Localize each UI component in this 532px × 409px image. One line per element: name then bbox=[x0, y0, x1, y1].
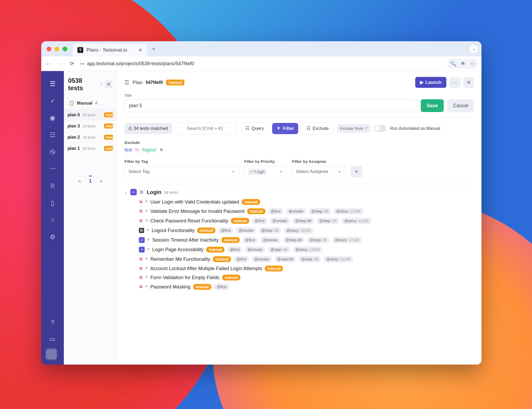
include-checkbox[interactable]: ✓ bbox=[139, 247, 145, 253]
stack-icon[interactable]: ▭ bbox=[46, 332, 60, 346]
new-tab-button[interactable]: + bbox=[152, 46, 155, 52]
window-close-icon[interactable] bbox=[47, 47, 51, 51]
tag-pill[interactable]: @first bbox=[268, 208, 283, 214]
check-icon[interactable]: ✓ bbox=[46, 94, 60, 108]
priority-remove-icon[interactable]: × bbox=[250, 170, 252, 174]
tag-pill[interactable]: @first bbox=[218, 227, 233, 234]
tag-pill[interactable]: @smoke bbox=[245, 246, 265, 253]
tag-pill[interactable]: @story: 12345 bbox=[334, 208, 363, 214]
test-row[interactable]: ✕ ^ Validate Error Message for Invalid P… bbox=[139, 208, 474, 214]
exclude-icon[interactable]: ✕ bbox=[139, 208, 143, 214]
query-button[interactable]: ☷ Query bbox=[241, 122, 268, 134]
tag-pill[interactable]: @first bbox=[252, 218, 267, 224]
include-checkbox[interactable]: ✓ bbox=[139, 237, 145, 243]
nav-back-icon[interactable]: ← bbox=[45, 61, 52, 67]
exclude-query[interactable]: test % 'logout' bbox=[124, 147, 157, 154]
tag-pill[interactable]: @step-06 bbox=[283, 237, 305, 243]
window-minimize-icon[interactable] bbox=[55, 47, 59, 51]
gear-icon[interactable]: ⚙ bbox=[46, 230, 60, 244]
test-row[interactable]: ✕ ^ Remember Me Functionality manual @fi… bbox=[139, 256, 474, 262]
plan-row[interactable]: plan 3 14 tests manual bbox=[64, 121, 117, 132]
play-circle-icon[interactable]: ◉ bbox=[46, 111, 60, 125]
tag-pill[interactable]: @smoke bbox=[252, 256, 272, 262]
zoom-icon[interactable]: 🔍 bbox=[450, 61, 456, 67]
pager-page[interactable]: 1 bbox=[89, 176, 92, 184]
stairs-icon[interactable]: ⛗ bbox=[46, 145, 60, 159]
avatar[interactable] bbox=[46, 349, 57, 360]
plan-row[interactable]: plan 5 34 tests manual bbox=[64, 109, 117, 121]
tag-pill[interactable]: @first bbox=[227, 246, 242, 253]
exclude-icon[interactable]: ✕ bbox=[139, 256, 143, 262]
tag-pill[interactable]: @step-06 bbox=[275, 256, 296, 262]
test-row[interactable]: ✕ ^ Form Validation for Empty Fields man… bbox=[139, 275, 474, 280]
plan-row[interactable]: plan 2 16 tests manual bbox=[64, 132, 117, 143]
site-info-icon[interactable]: ⊶ bbox=[80, 61, 84, 66]
close-button[interactable]: ✕ bbox=[463, 77, 474, 88]
exclude-button[interactable]: ☷ Exclude bbox=[302, 122, 333, 134]
exclude-icon[interactable]: ✕ bbox=[139, 218, 143, 224]
filter-button[interactable]: ▼ Filter bbox=[272, 123, 298, 134]
tag-pill[interactable]: @smoke bbox=[236, 227, 256, 234]
test-row[interactable]: ✓ ^ Login Page Accessibility manual @fir… bbox=[139, 246, 474, 253]
filter-assignee-select[interactable]: Select Assignee ▼ bbox=[292, 166, 345, 177]
automated-toggle[interactable] bbox=[374, 125, 386, 132]
suite-checkbox[interactable]: − bbox=[130, 189, 137, 195]
tag-pill[interactable]: @step: 06 bbox=[307, 237, 329, 243]
tag-pill[interactable]: @smoke bbox=[260, 237, 280, 243]
tag-pill[interactable]: @step: 06 bbox=[259, 227, 281, 234]
matched-chip[interactable]: ⎙ 34 tests matched bbox=[124, 123, 172, 134]
browser-tab[interactable]: T Plans - Testomat.io ✕ bbox=[73, 44, 147, 56]
tag-pill[interactable]: @story: 12345 bbox=[293, 246, 322, 253]
test-row[interactable]: ✕ ^ Account Lockout After Multiple Faile… bbox=[139, 266, 474, 271]
url-input[interactable]: ⊶ app.testomat.io/projects/0538-tests/pl… bbox=[80, 61, 442, 67]
pager-prev[interactable]: « bbox=[78, 178, 81, 184]
tag-pill[interactable]: @step: 06 bbox=[309, 208, 331, 214]
cancel-button[interactable]: Cancel bbox=[447, 99, 474, 112]
chart-icon[interactable]: ▯ bbox=[46, 196, 60, 210]
menu-icon[interactable]: ☰ bbox=[46, 77, 60, 91]
add-filter-button[interactable]: + bbox=[351, 166, 362, 177]
test-row[interactable]: ✕ ^ Logout Functionality manual @first @… bbox=[139, 227, 474, 234]
branch-icon[interactable]: ⑂ bbox=[46, 213, 60, 227]
exclude-query-remove-icon[interactable]: ✕ bbox=[159, 147, 163, 152]
pager-next[interactable]: » bbox=[100, 178, 103, 184]
test-row[interactable]: ✓ ^ Session Timeout After Inactivity man… bbox=[139, 237, 474, 243]
more-button[interactable]: ⋯ bbox=[450, 77, 460, 88]
tag-pill[interactable]: @first bbox=[214, 284, 229, 290]
list-check-icon[interactable]: ☳ bbox=[46, 128, 60, 142]
window-maximize-icon[interactable] bbox=[63, 47, 67, 51]
pulse-icon[interactable]: 〰 bbox=[46, 162, 60, 176]
test-row[interactable]: ✕ ^ Check Password Reset Functionality m… bbox=[139, 218, 474, 224]
title-input[interactable] bbox=[124, 99, 417, 112]
exclude-icon[interactable]: ✕ bbox=[139, 275, 143, 280]
tag-pill[interactable]: @story: 12345 bbox=[342, 218, 371, 224]
tag-pill[interactable]: @story: 12345 bbox=[323, 256, 353, 262]
plan-row[interactable]: plan 1 34 tests manual bbox=[64, 143, 117, 154]
tag-pill[interactable]: @smoke bbox=[286, 208, 306, 214]
filter-priority-select[interactable]: × ^ high ▼ bbox=[244, 166, 287, 177]
exclude-locked-icon[interactable]: ✕ bbox=[139, 228, 144, 233]
tab-close-icon[interactable]: ✕ bbox=[138, 47, 142, 53]
tag-pill[interactable]: @step: 06 bbox=[268, 246, 290, 253]
star-icon[interactable]: ☆ bbox=[470, 61, 475, 67]
panel-close-button[interactable]: ✕ bbox=[105, 80, 113, 88]
launch-button[interactable]: ▶ Launch bbox=[415, 77, 446, 88]
caret-down-icon[interactable]: ⌄ bbox=[124, 190, 128, 194]
save-button[interactable]: Save bbox=[421, 99, 444, 112]
tag-pill[interactable]: @step-06 bbox=[293, 218, 314, 224]
search-input[interactable] bbox=[176, 123, 237, 134]
tag-pill[interactable]: @first bbox=[242, 237, 257, 243]
tag-pill[interactable]: @step: 06 bbox=[317, 218, 339, 224]
test-row[interactable]: ✕ ^ Password Masking manual @first bbox=[139, 284, 474, 290]
tag-pill[interactable]: @smoke bbox=[270, 218, 290, 224]
test-row[interactable]: ✕ ^ User Login with Valid Credentials up… bbox=[139, 199, 474, 205]
help-icon[interactable]: ? bbox=[46, 316, 60, 329]
filter-tag-select[interactable]: Select Tag ▼ bbox=[124, 166, 239, 177]
tag-pill[interactable]: @story: 12345 bbox=[332, 237, 362, 243]
suite-row[interactable]: ⌄ − 🗎 Login 34 tests bbox=[124, 189, 474, 195]
exclude-icon[interactable]: ✕ bbox=[139, 266, 143, 271]
manual-tab[interactable]: 📋 Manual 4 bbox=[64, 97, 117, 109]
tag-pill[interactable]: @story: 12345 bbox=[284, 227, 313, 234]
nav-forward-icon[interactable]: → bbox=[57, 61, 64, 67]
tag-pill[interactable]: @step: 06 bbox=[298, 256, 321, 262]
